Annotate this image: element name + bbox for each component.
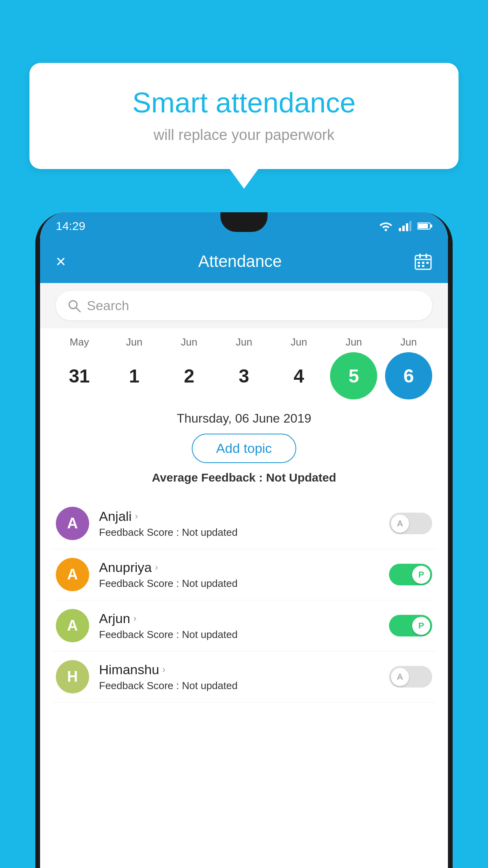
add-topic-button[interactable]: Add topic bbox=[192, 434, 296, 463]
month-0: May bbox=[56, 336, 103, 348]
avatar-arjun: A bbox=[56, 609, 89, 642]
svg-rect-13 bbox=[426, 262, 429, 264]
avg-feedback-label: Average Feedback : bbox=[152, 471, 266, 484]
date-6-selected[interactable]: 6 bbox=[385, 352, 432, 399]
phone-inner: 14:29 bbox=[35, 212, 453, 868]
bubble-subtitle: will replace your paperwork bbox=[57, 127, 431, 143]
feedback-himanshu: Feedback Score : Not updated bbox=[99, 680, 379, 692]
student-info-arjun: Arjun › Feedback Score : Not updated bbox=[99, 611, 379, 641]
month-4: Jun bbox=[275, 336, 323, 348]
student-info-anupriya: Anupriya › Feedback Score : Not updated bbox=[99, 560, 379, 590]
toggle-knob-arjun: P bbox=[412, 617, 430, 635]
selected-date-section: Thursday, 06 June 2019 Add topic Average… bbox=[40, 403, 448, 498]
svg-rect-5 bbox=[418, 224, 428, 228]
signal-icon bbox=[399, 221, 411, 231]
student-info-anjali: Anjali › Feedback Score : Not updated bbox=[99, 509, 379, 539]
search-container: Search bbox=[40, 283, 448, 328]
chevron-arjun: › bbox=[133, 613, 136, 624]
selected-date-text: Thursday, 06 June 2019 bbox=[56, 411, 432, 426]
month-1: Jun bbox=[111, 336, 158, 348]
toggle-anupriya[interactable]: P bbox=[389, 564, 432, 585]
svg-rect-2 bbox=[406, 223, 408, 231]
student-row-anupriya: A Anupriya › Feedback Score : Not update… bbox=[52, 549, 436, 600]
bubble-title: Smart attendance bbox=[57, 86, 431, 119]
chevron-anupriya: › bbox=[155, 562, 158, 573]
chevron-himanshu: › bbox=[162, 664, 165, 675]
svg-rect-11 bbox=[418, 262, 420, 264]
svg-rect-3 bbox=[409, 221, 411, 231]
date-5-today[interactable]: 5 bbox=[330, 352, 377, 399]
app-bar: × Attendance bbox=[40, 240, 448, 283]
chevron-anjali: › bbox=[135, 511, 138, 522]
status-bar: 14:29 bbox=[40, 212, 448, 240]
month-2: Jun bbox=[165, 336, 213, 348]
student-name-arjun[interactable]: Arjun › bbox=[99, 611, 379, 626]
speech-bubble: Smart attendance will replace your paper… bbox=[29, 63, 459, 169]
search-icon bbox=[68, 299, 81, 313]
student-name-himanshu[interactable]: Himanshu › bbox=[99, 662, 379, 677]
search-placeholder: Search bbox=[87, 298, 129, 313]
month-6: Jun bbox=[385, 336, 432, 348]
svg-rect-15 bbox=[422, 265, 424, 267]
search-bar[interactable]: Search bbox=[56, 291, 432, 320]
student-name-anjali[interactable]: Anjali › bbox=[99, 509, 379, 524]
month-5: Jun bbox=[330, 336, 377, 348]
close-button[interactable]: × bbox=[56, 252, 66, 271]
phone-screen: 14:29 bbox=[40, 212, 448, 868]
date-row: 31 1 2 3 4 5 6 bbox=[52, 352, 436, 399]
date-2[interactable]: 2 bbox=[165, 352, 213, 399]
feedback-anjali: Feedback Score : Not updated bbox=[99, 526, 379, 539]
avatar-anupriya: A bbox=[56, 558, 89, 591]
svg-rect-12 bbox=[422, 262, 424, 264]
app-title: Attendance bbox=[78, 252, 402, 271]
phone-frame: 14:29 bbox=[35, 212, 453, 868]
month-row: May Jun Jun Jun Jun Jun Jun bbox=[52, 336, 436, 348]
wifi-icon bbox=[379, 221, 393, 231]
avatar-anjali: A bbox=[56, 507, 89, 540]
toggle-anjali[interactable]: A bbox=[389, 513, 432, 534]
feedback-anupriya: Feedback Score : Not updated bbox=[99, 577, 379, 590]
toggle-knob-anjali: A bbox=[391, 515, 409, 533]
student-row-arjun: A Arjun › Feedback Score : Not updated P bbox=[52, 600, 436, 651]
toggle-knob-himanshu: A bbox=[391, 668, 409, 686]
notch bbox=[220, 212, 268, 232]
status-time: 14:29 bbox=[56, 219, 85, 233]
date-4[interactable]: 4 bbox=[275, 352, 323, 399]
student-name-anupriya[interactable]: Anupriya › bbox=[99, 560, 379, 575]
svg-rect-9 bbox=[419, 254, 421, 258]
avg-feedback: Average Feedback : Not Updated bbox=[56, 471, 432, 484]
svg-rect-6 bbox=[431, 224, 432, 228]
toggle-arjun[interactable]: P bbox=[389, 615, 432, 636]
svg-rect-0 bbox=[399, 228, 401, 231]
svg-rect-1 bbox=[402, 226, 405, 231]
svg-rect-14 bbox=[418, 265, 420, 267]
student-row-anjali: A Anjali › Feedback Score : Not updated … bbox=[52, 498, 436, 549]
date-3[interactable]: 3 bbox=[220, 352, 268, 399]
svg-line-17 bbox=[76, 308, 80, 312]
avg-feedback-value: Not Updated bbox=[266, 471, 336, 484]
battery-icon bbox=[417, 222, 432, 230]
svg-rect-10 bbox=[426, 254, 427, 258]
avatar-himanshu: H bbox=[56, 660, 89, 693]
toggle-knob-anupriya: P bbox=[412, 566, 430, 584]
status-icons bbox=[379, 221, 432, 231]
calendar-icon[interactable] bbox=[414, 252, 432, 270]
feedback-arjun: Feedback Score : Not updated bbox=[99, 629, 379, 641]
month-3: Jun bbox=[220, 336, 268, 348]
toggle-himanshu[interactable]: A bbox=[389, 666, 432, 688]
student-list: A Anjali › Feedback Score : Not updated … bbox=[40, 498, 448, 702]
calendar-strip: May Jun Jun Jun Jun Jun Jun 31 1 2 3 4 5… bbox=[40, 328, 448, 403]
date-1[interactable]: 1 bbox=[111, 352, 158, 399]
student-info-himanshu: Himanshu › Feedback Score : Not updated bbox=[99, 662, 379, 692]
date-31[interactable]: 31 bbox=[56, 352, 103, 399]
student-row-himanshu: H Himanshu › Feedback Score : Not update… bbox=[52, 651, 436, 702]
